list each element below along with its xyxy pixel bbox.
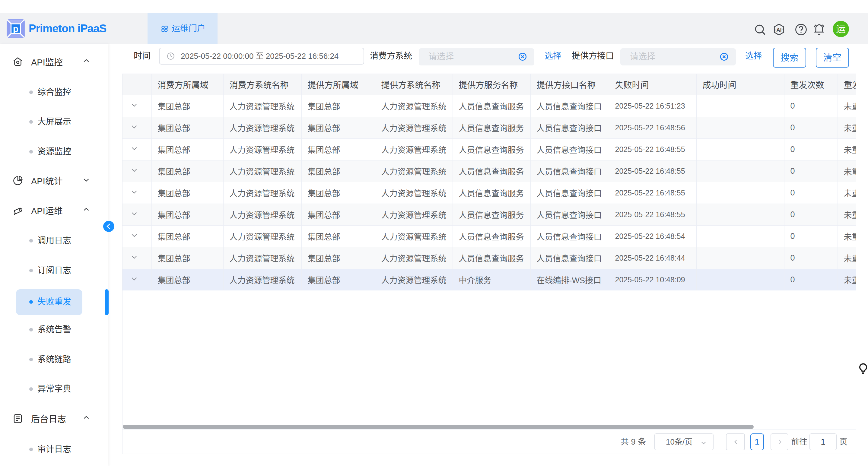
svg-text:AI: AI xyxy=(776,27,781,33)
svg-text:p: p xyxy=(13,24,19,34)
